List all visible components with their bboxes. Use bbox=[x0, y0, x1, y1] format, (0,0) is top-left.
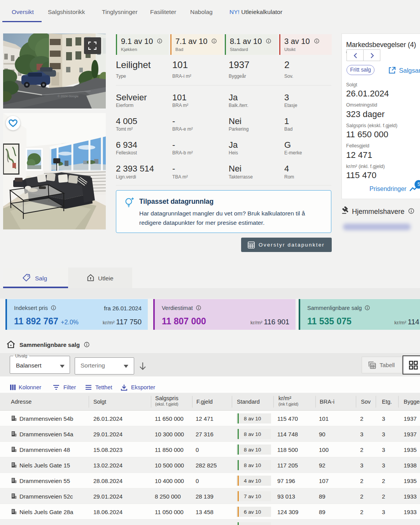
svg-text:© 2024 Google: © 2024 Google bbox=[58, 94, 79, 98]
